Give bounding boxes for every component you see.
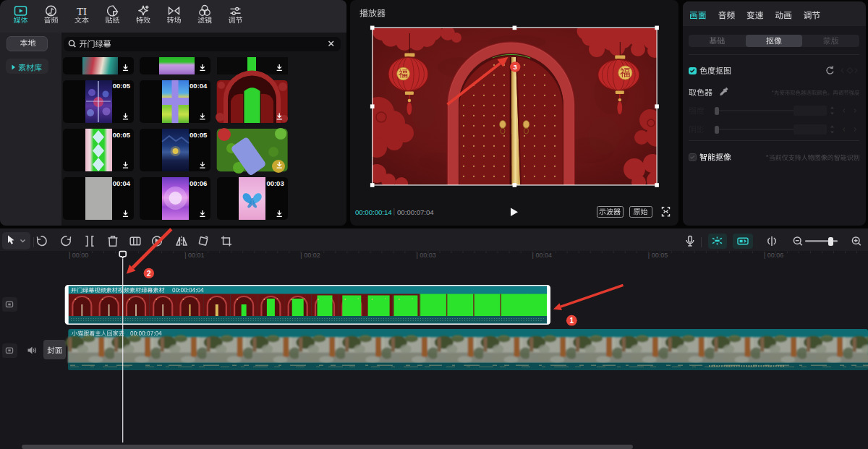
svg-text:2: 2 <box>147 270 151 278</box>
svg-text:1: 1 <box>570 317 574 325</box>
svg-text:TI: TI <box>77 6 87 17</box>
svg-text:3: 3 <box>514 63 517 71</box>
